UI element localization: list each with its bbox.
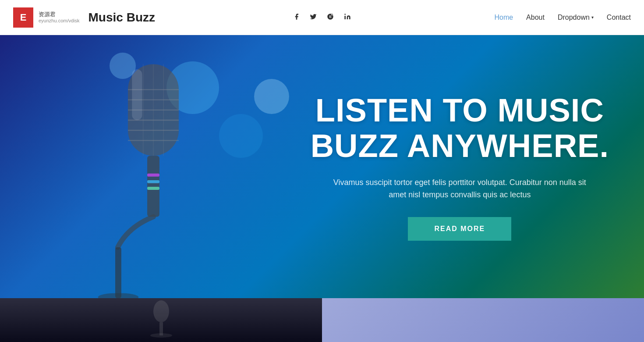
nav-link-dropdown[interactable]: Dropdown ▾	[558, 14, 594, 21]
linkedin-icon[interactable]	[344, 13, 351, 22]
bokeh-circle-2	[254, 79, 289, 114]
logo-icon: E	[13, 7, 33, 28]
microphone-illustration	[66, 44, 241, 298]
hero-section: LISTEN TO MUSIC BUZZ ANYWHERE. Vivamus s…	[0, 35, 644, 298]
svg-point-0	[344, 14, 346, 15]
hero-subtext: Vivamus suscipit tortor eget felis portt…	[324, 176, 595, 202]
svg-point-20	[150, 333, 172, 338]
dropdown-arrow-icon: ▾	[591, 15, 594, 20]
logo-url: eyunzhu.com/vdisk	[39, 18, 80, 24]
navbar-brand: E 资源君 eyunzhu.com/vdisk Music Buzz	[13, 7, 155, 28]
svg-rect-17	[147, 187, 159, 190]
strip-light	[322, 298, 644, 342]
logo-chinese: 资源君	[39, 11, 80, 18]
hero-content: LISTEN TO MUSIC BUZZ ANYWHERE. Vivamus s…	[311, 93, 644, 241]
twitter-icon[interactable]	[310, 13, 317, 22]
site-title: Music Buzz	[88, 11, 155, 25]
nav-item-home[interactable]: Home	[494, 14, 513, 21]
svg-point-18	[153, 300, 169, 322]
nav-item-contact[interactable]: Contact	[607, 14, 631, 21]
nav-item-about[interactable]: About	[526, 14, 545, 21]
navbar: E 资源君 eyunzhu.com/vdisk Music Buzz Home …	[0, 0, 644, 35]
strip-dark	[0, 298, 322, 342]
svg-rect-16	[147, 180, 159, 183]
social-icons	[293, 13, 351, 22]
nav-link-contact[interactable]: Contact	[607, 14, 631, 21]
facebook-icon[interactable]	[293, 13, 300, 22]
nav-item-dropdown[interactable]: Dropdown ▾	[558, 14, 594, 21]
svg-rect-12	[115, 247, 121, 298]
svg-rect-15	[147, 174, 159, 177]
svg-rect-14	[132, 69, 142, 120]
svg-point-13	[98, 293, 139, 298]
nav-links: Home About Dropdown ▾ Contact	[494, 14, 631, 21]
svg-rect-11	[147, 156, 159, 217]
hero-headline-line1: LISTEN TO MUSIC	[315, 92, 604, 128]
logo-text: 资源君 eyunzhu.com/vdisk	[39, 11, 80, 24]
hero-headline-line2: BUZZ ANYWHERE.	[311, 128, 609, 164]
nav-link-home[interactable]: Home	[494, 14, 513, 21]
hero-headline: LISTEN TO MUSIC BUZZ ANYWHERE.	[311, 93, 609, 164]
google-plus-icon[interactable]	[326, 13, 334, 22]
hero-cta-button[interactable]: READ MORE	[408, 217, 511, 241]
bottom-strips	[0, 298, 644, 342]
nav-link-about[interactable]: About	[526, 14, 545, 21]
